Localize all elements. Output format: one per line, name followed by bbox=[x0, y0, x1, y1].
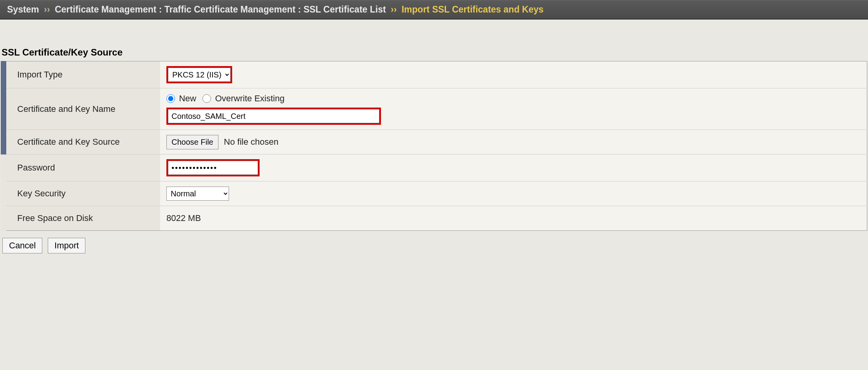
radio-overwrite[interactable] bbox=[202, 94, 211, 103]
row-import-type: Import Type PKCS 12 (IIS) bbox=[4, 61, 867, 88]
row-cert-key-source: Certificate and Key Source Choose File N… bbox=[4, 130, 867, 154]
password-input[interactable] bbox=[168, 161, 258, 175]
highlight-password bbox=[166, 159, 260, 176]
cert-name-input[interactable] bbox=[168, 109, 379, 123]
breadcrumb-path[interactable]: Certificate Management : Traffic Certifi… bbox=[55, 4, 386, 14]
radio-new-label: New bbox=[179, 93, 196, 103]
section-title: SSL Certificate/Key Source bbox=[0, 39, 868, 61]
key-security-select[interactable]: Normal bbox=[166, 187, 229, 201]
breadcrumb-current: Import SSL Certificates and Keys bbox=[402, 4, 544, 14]
label-cert-key-name: Certificate and Key Name bbox=[4, 88, 160, 130]
import-button[interactable]: Import bbox=[48, 238, 85, 253]
breadcrumb-separator: ›› bbox=[44, 4, 50, 14]
row-key-security: Key Security Normal bbox=[4, 181, 867, 206]
row-cert-key-name: Certificate and Key Name New Overwrite E… bbox=[4, 88, 867, 130]
action-button-row: Cancel Import bbox=[0, 231, 868, 260]
label-import-type: Import Type bbox=[4, 61, 160, 88]
row-password: Password bbox=[4, 154, 867, 181]
breadcrumb-root[interactable]: System bbox=[7, 4, 39, 14]
label-password: Password bbox=[4, 154, 160, 181]
highlight-import-type: PKCS 12 (IIS) bbox=[166, 66, 232, 83]
choose-file-button[interactable]: Choose File bbox=[166, 135, 218, 149]
radio-new[interactable] bbox=[166, 94, 175, 103]
breadcrumb: System ›› Certificate Management : Traff… bbox=[0, 0, 868, 20]
import-type-select[interactable]: PKCS 12 (IIS) bbox=[168, 68, 231, 82]
breadcrumb-separator: ›› bbox=[391, 4, 397, 14]
radio-overwrite-label: Overwrite Existing bbox=[215, 93, 284, 103]
row-free-space: Free Space on Disk 8022 MB bbox=[4, 206, 867, 231]
label-free-space: Free Space on Disk bbox=[4, 206, 160, 231]
cancel-button[interactable]: Cancel bbox=[2, 238, 42, 253]
file-chosen-status: No file chosen bbox=[224, 137, 278, 147]
label-key-security: Key Security bbox=[4, 181, 160, 206]
highlight-cert-name bbox=[166, 108, 381, 125]
label-cert-key-source: Certificate and Key Source bbox=[4, 130, 160, 154]
ssl-source-form: Import Type PKCS 12 (IIS) Certificate an… bbox=[1, 61, 867, 231]
free-space-value: 8022 MB bbox=[160, 206, 867, 231]
